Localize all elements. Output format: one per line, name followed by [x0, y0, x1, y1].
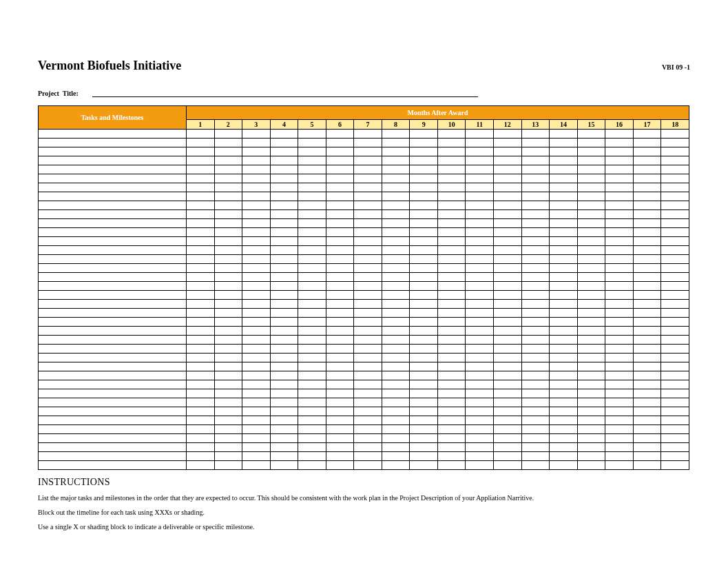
task-cell[interactable]	[39, 425, 187, 434]
timeline-cell[interactable]	[577, 282, 605, 291]
timeline-cell[interactable]	[187, 219, 215, 228]
timeline-cell[interactable]	[437, 371, 466, 380]
timeline-cell[interactable]	[242, 237, 271, 246]
timeline-cell[interactable]	[326, 255, 354, 264]
timeline-cell[interactable]	[214, 389, 242, 398]
timeline-cell[interactable]	[354, 237, 382, 246]
timeline-cell[interactable]	[494, 371, 522, 380]
timeline-cell[interactable]	[550, 398, 578, 407]
timeline-cell[interactable]	[382, 461, 410, 470]
timeline-cell[interactable]	[242, 309, 271, 318]
task-cell[interactable]	[39, 228, 187, 237]
timeline-cell[interactable]	[410, 237, 438, 246]
timeline-cell[interactable]	[298, 416, 326, 425]
timeline-cell[interactable]	[298, 318, 326, 327]
timeline-cell[interactable]	[494, 201, 522, 210]
timeline-cell[interactable]	[326, 362, 354, 371]
timeline-cell[interactable]	[577, 273, 605, 282]
timeline-cell[interactable]	[577, 156, 605, 165]
timeline-cell[interactable]	[326, 273, 354, 282]
timeline-cell[interactable]	[521, 130, 550, 139]
timeline-cell[interactable]	[577, 318, 605, 327]
timeline-cell[interactable]	[521, 282, 550, 291]
timeline-cell[interactable]	[270, 291, 298, 300]
timeline-cell[interactable]	[605, 139, 634, 147]
timeline-cell[interactable]	[214, 362, 242, 371]
timeline-cell[interactable]	[326, 327, 354, 336]
timeline-cell[interactable]	[354, 246, 382, 255]
timeline-cell[interactable]	[466, 282, 494, 291]
timeline-cell[interactable]	[326, 210, 354, 219]
task-cell[interactable]	[39, 300, 187, 309]
timeline-cell[interactable]	[661, 165, 689, 174]
timeline-cell[interactable]	[550, 210, 578, 219]
timeline-cell[interactable]	[410, 407, 438, 416]
timeline-cell[interactable]	[354, 165, 382, 174]
timeline-cell[interactable]	[550, 130, 578, 139]
timeline-cell[interactable]	[605, 130, 634, 139]
timeline-cell[interactable]	[577, 174, 605, 183]
timeline-cell[interactable]	[270, 139, 298, 147]
timeline-cell[interactable]	[270, 336, 298, 345]
timeline-cell[interactable]	[410, 139, 438, 147]
timeline-cell[interactable]	[298, 264, 326, 273]
timeline-cell[interactable]	[214, 174, 242, 183]
timeline-cell[interactable]	[437, 398, 466, 407]
timeline-cell[interactable]	[494, 147, 522, 156]
timeline-cell[interactable]	[466, 345, 494, 354]
timeline-cell[interactable]	[187, 156, 215, 165]
timeline-cell[interactable]	[326, 309, 354, 318]
timeline-cell[interactable]	[661, 300, 689, 309]
timeline-cell[interactable]	[410, 452, 438, 461]
timeline-cell[interactable]	[410, 443, 438, 452]
timeline-cell[interactable]	[577, 139, 605, 147]
timeline-cell[interactable]	[354, 425, 382, 434]
timeline-cell[interactable]	[410, 192, 438, 201]
timeline-cell[interactable]	[521, 434, 550, 443]
timeline-cell[interactable]	[605, 192, 634, 201]
timeline-cell[interactable]	[577, 327, 605, 336]
timeline-cell[interactable]	[410, 228, 438, 237]
timeline-cell[interactable]	[382, 354, 410, 362]
timeline-cell[interactable]	[605, 461, 634, 470]
timeline-cell[interactable]	[437, 156, 466, 165]
timeline-cell[interactable]	[521, 389, 550, 398]
timeline-cell[interactable]	[187, 389, 215, 398]
timeline-cell[interactable]	[661, 264, 689, 273]
timeline-cell[interactable]	[242, 147, 271, 156]
timeline-cell[interactable]	[382, 228, 410, 237]
timeline-cell[interactable]	[577, 309, 605, 318]
timeline-cell[interactable]	[521, 362, 550, 371]
timeline-cell[interactable]	[214, 345, 242, 354]
timeline-cell[interactable]	[550, 183, 578, 192]
timeline-cell[interactable]	[270, 434, 298, 443]
timeline-cell[interactable]	[298, 255, 326, 264]
timeline-cell[interactable]	[270, 354, 298, 362]
timeline-cell[interactable]	[354, 318, 382, 327]
timeline-cell[interactable]	[550, 354, 578, 362]
timeline-cell[interactable]	[521, 318, 550, 327]
task-cell[interactable]	[39, 354, 187, 362]
timeline-cell[interactable]	[661, 147, 689, 156]
timeline-cell[interactable]	[382, 425, 410, 434]
timeline-cell[interactable]	[550, 434, 578, 443]
timeline-cell[interactable]	[187, 354, 215, 362]
timeline-cell[interactable]	[382, 174, 410, 183]
timeline-cell[interactable]	[187, 407, 215, 416]
timeline-cell[interactable]	[382, 452, 410, 461]
timeline-cell[interactable]	[410, 461, 438, 470]
timeline-cell[interactable]	[298, 443, 326, 452]
timeline-cell[interactable]	[633, 228, 661, 237]
timeline-cell[interactable]	[410, 210, 438, 219]
timeline-cell[interactable]	[661, 461, 689, 470]
timeline-cell[interactable]	[437, 264, 466, 273]
timeline-cell[interactable]	[187, 130, 215, 139]
timeline-cell[interactable]	[605, 237, 634, 246]
timeline-cell[interactable]	[298, 139, 326, 147]
timeline-cell[interactable]	[661, 291, 689, 300]
timeline-cell[interactable]	[437, 165, 466, 174]
timeline-cell[interactable]	[270, 192, 298, 201]
timeline-cell[interactable]	[187, 309, 215, 318]
timeline-cell[interactable]	[661, 130, 689, 139]
timeline-cell[interactable]	[326, 407, 354, 416]
